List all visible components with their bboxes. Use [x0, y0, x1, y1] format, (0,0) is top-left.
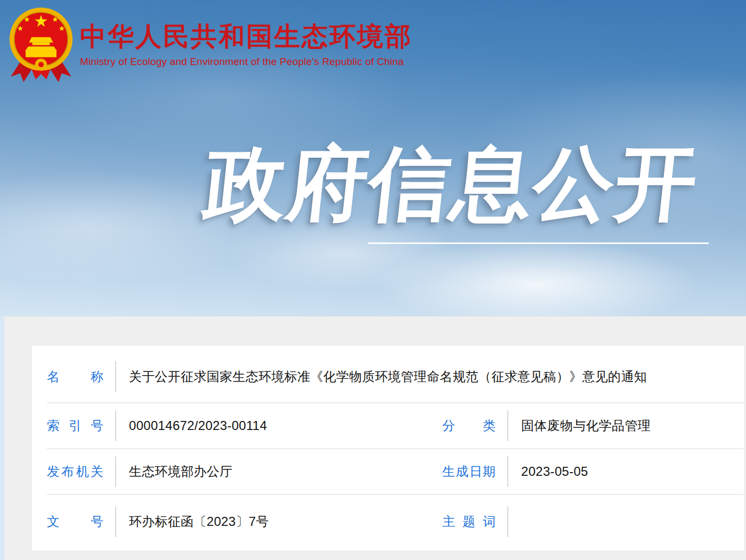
- svg-text:★: ★: [52, 15, 58, 23]
- ministry-name-cn: 中华人民共和国生态环境部: [80, 22, 412, 51]
- issuing-org-label: 发布机关: [47, 464, 103, 480]
- ministry-name-en: Ministry of Ecology and Environment of t…: [80, 56, 412, 68]
- svg-text:★: ★: [34, 12, 48, 30]
- label-divider: [507, 410, 508, 441]
- info-row-name: 名称 关于公开征求国家生态环境标准《化学物质环境管理命名规范（征求意见稿）》意见…: [32, 351, 744, 402]
- svg-text:★: ★: [59, 24, 65, 33]
- national-emblem-icon: ★ ★ ★ ★ ★: [7, 4, 75, 87]
- info-row-docno-subject: 文号 环办标征函〔2023〕7号 主题词: [32, 495, 744, 548]
- label-divider: [115, 410, 116, 441]
- index-no-value: 000014672/2023-00114: [129, 418, 267, 433]
- document-info-table: 名称 关于公开征求国家生态环境标准《化学物质环境管理命名规范（征求意见稿）》意见…: [32, 346, 744, 550]
- label-divider: [115, 456, 116, 487]
- svg-text:★: ★: [23, 15, 30, 23]
- info-row-issuer-date: 发布机关 生态环境部办公厅 生成日期 2023-05-05: [32, 449, 744, 494]
- date-generated-label: 生成日期: [442, 464, 496, 480]
- issuing-org-value: 生态环境部办公厅: [129, 463, 232, 480]
- name-value: 关于公开征求国家生态环境标准《化学物质环境管理命名规范（征求意见稿）》意见的通知: [129, 368, 647, 385]
- label-divider: [507, 506, 508, 537]
- page-banner-title: 政府信息公开: [199, 130, 703, 239]
- label-divider: [507, 456, 508, 487]
- info-row-index-category: 索引号 000014672/2023-00114 分类 固体废物与化学品管理: [32, 403, 744, 448]
- sky-banner: ★ ★ ★ ★ ★ 中华人民共和国生态环境部 Ministry of Ecolo…: [0, 0, 746, 316]
- category-label: 分类: [442, 418, 496, 434]
- doc-no-label: 文号: [47, 514, 103, 530]
- name-label: 名称: [47, 369, 103, 385]
- subject-words-label: 主题词: [442, 514, 496, 530]
- category-value: 固体废物与化学品管理: [521, 417, 651, 434]
- label-divider: [115, 361, 116, 392]
- svg-text:★: ★: [17, 24, 23, 33]
- index-no-label: 索引号: [47, 418, 103, 434]
- date-generated-value: 2023-05-05: [521, 464, 588, 479]
- content-background: 名称 关于公开征求国家生态环境标准《化学物质环境管理命名规范（征求意见稿）》意见…: [4, 316, 746, 560]
- banner-title-underline: [368, 242, 709, 244]
- doc-no-value: 环办标征函〔2023〕7号: [129, 513, 269, 530]
- label-divider: [115, 506, 116, 537]
- site-logo-link[interactable]: ★ ★ ★ ★ ★ 中华人民共和国生态环境部 Ministry of Ecolo…: [7, 4, 412, 87]
